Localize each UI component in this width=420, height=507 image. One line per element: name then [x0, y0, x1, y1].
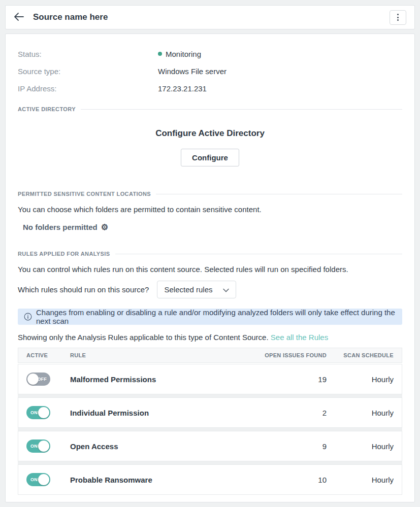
divider [81, 109, 402, 110]
more-options-button[interactable] [390, 10, 406, 25]
no-folders-permitted-row: No folders permitted ⚙ [23, 223, 402, 231]
rules-section-label: RULES APPLIED FOR ANALYSIS [18, 251, 110, 257]
column-header-active: ACTIVE [26, 352, 70, 358]
ip-address-row: IP Address: 172.23.21.231 [18, 80, 402, 97]
toggle-knob [27, 374, 39, 385]
scan-notice-text: Changes from enabling or disabling a rul… [36, 308, 396, 325]
rule-toggle[interactable]: ON [26, 473, 50, 486]
rule-toggle[interactable]: OFF [26, 373, 50, 386]
column-header-open-issues: OPEN ISSUES FOUND [250, 352, 327, 358]
status-dot-icon [158, 52, 162, 56]
divider [156, 194, 402, 194]
rule-name: Open Access [70, 442, 250, 451]
rules-question-label: Which rules should run on this source? [18, 285, 149, 294]
rule-name: Malformed Permissions [70, 375, 250, 384]
page-title: Source name here [33, 12, 108, 22]
table-row: ON Open Access 9 Hourly [18, 431, 402, 461]
scan-schedule-value: Hourly [327, 375, 394, 384]
open-issues-count: 2 [250, 409, 327, 417]
column-header-scan-schedule: SCAN SCHEDULE [327, 352, 394, 358]
arrow-left-icon [14, 12, 24, 23]
ip-address-value: 172.23.21.231 [158, 84, 207, 93]
showing-rules-row: Showing only the Analysis Rules applicab… [18, 333, 402, 342]
rule-name: Probable Ransomware [70, 476, 250, 484]
header-bar: Source name here [5, 5, 415, 29]
status-value: Monitoring [158, 50, 201, 58]
status-row: Status: Monitoring [18, 45, 402, 62]
column-header-rule: RULE [70, 352, 250, 358]
scan-schedule-value: Hourly [327, 409, 394, 417]
configure-ad-heading: Configure Active Directory [18, 128, 402, 139]
showing-rules-text: Showing only the Analysis Rules applicab… [18, 333, 269, 342]
scan-schedule-value: Hourly [327, 476, 394, 484]
table-row: OFF Malformed Permissions 19 Hourly [18, 364, 402, 394]
see-all-rules-link[interactable]: See all the Rules [271, 333, 328, 342]
no-folders-permitted-text: No folders permitted [23, 223, 98, 231]
source-type-row: Source type: Windows File server [18, 62, 402, 80]
back-button[interactable] [14, 10, 28, 24]
rule-toggle[interactable]: ON [26, 406, 50, 419]
open-issues-count: 19 [250, 375, 327, 384]
divider [115, 254, 402, 254]
rules-section-header: RULES APPLIED FOR ANALYSIS [18, 251, 402, 257]
toggle-knob [38, 474, 49, 485]
scan-schedule-value: Hourly [327, 442, 394, 451]
active-directory-section-label: ACTIVE DIRECTORY [18, 106, 76, 112]
rule-toggle[interactable]: ON [26, 440, 50, 453]
rules-scope-dropdown[interactable]: Selected rules [157, 281, 236, 298]
configure-button[interactable]: Configure [181, 149, 239, 166]
open-issues-count: 9 [250, 442, 327, 451]
rule-name: Individual Permission [70, 409, 250, 417]
scan-notice-banner: Changes from enabling or disabling a rul… [18, 309, 402, 325]
kebab-menu-icon [397, 14, 399, 21]
gear-icon[interactable]: ⚙ [101, 223, 108, 231]
rules-description: You can control which rules run on this … [18, 265, 402, 274]
source-type-label: Source type: [18, 67, 158, 76]
permitted-locations-description: You can choose which folders are permitt… [18, 205, 402, 214]
ip-address-label: IP Address: [18, 84, 158, 93]
permitted-locations-section-header: PERMITTED SENSITIVE CONTENT LOCATIONS [18, 191, 402, 197]
open-issues-count: 10 [250, 476, 327, 484]
chevron-down-icon [223, 285, 229, 294]
toggle-knob [38, 407, 49, 418]
status-label: Status: [18, 50, 158, 58]
info-icon [24, 313, 32, 321]
permitted-locations-section-label: PERMITTED SENSITIVE CONTENT LOCATIONS [18, 191, 151, 197]
rules-table-header: ACTIVE RULE OPEN ISSUES FOUND SCAN SCHED… [18, 348, 402, 363]
rules-scope-dropdown-value: Selected rules [164, 285, 212, 294]
active-directory-section-header: ACTIVE DIRECTORY [18, 106, 402, 112]
source-type-value: Windows File server [158, 67, 227, 76]
table-row: ON Probable Ransomware 10 Hourly [18, 464, 402, 495]
rules-table: ACTIVE RULE OPEN ISSUES FOUND SCAN SCHED… [18, 348, 402, 495]
table-row: ON Individual Permission 2 Hourly [18, 397, 402, 428]
toggle-knob [38, 441, 49, 452]
source-details-panel: Status: Monitoring Source type: Windows … [5, 33, 415, 502]
